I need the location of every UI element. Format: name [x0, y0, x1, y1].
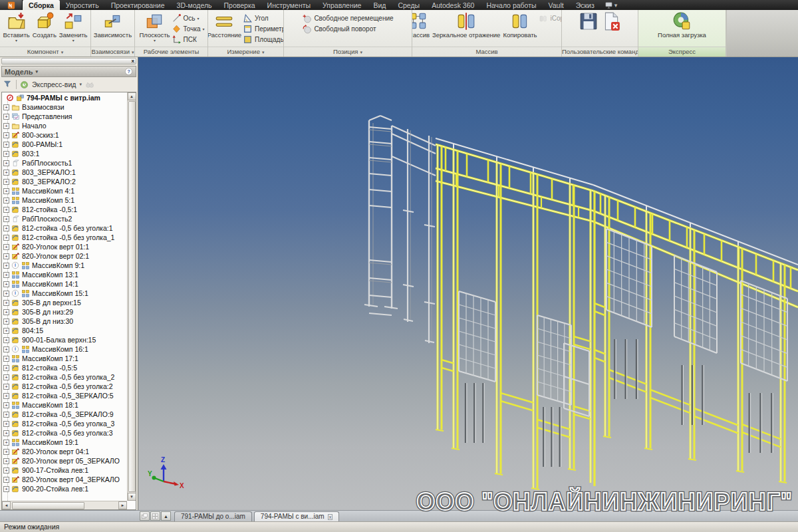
tree-item-14[interactable]: +812-стойка -0,5 без уголка:1 [3, 223, 126, 233]
expander-icon[interactable]: + [3, 272, 9, 278]
expand-up-icon[interactable]: ▲ [161, 511, 171, 521]
expander-icon[interactable]: + [3, 421, 9, 427]
expander-icon[interactable]: + [3, 402, 9, 408]
scroll-left-icon[interactable]: ◄ [2, 501, 11, 509]
ribbon-tab-2[interactable]: Проектирование [105, 0, 171, 10]
tree-item-25[interactable]: +804:15 [3, 326, 126, 335]
tree-item-19[interactable]: +МассивКомп 13:1 [3, 270, 126, 279]
filter-icon[interactable] [3, 80, 13, 89]
insert-button[interactable]: Вставить▾ [1, 11, 31, 43]
expander-icon[interactable]: + [3, 281, 9, 287]
expander-icon[interactable]: + [3, 346, 9, 352]
expander-icon[interactable]: + [3, 123, 9, 129]
tree-item-17[interactable]: +820-Уголок верт 02:1 [3, 251, 126, 261]
tree-item-38[interactable]: +820-Уголок верт 04:1 [3, 447, 126, 456]
save-button[interactable] [577, 11, 600, 31]
browser-header[interactable]: Модель ▾ ? [1, 66, 136, 77]
close-icon[interactable]: x [328, 514, 333, 520]
tree-item-32[interactable]: +812-стойка -0,5_ЗЕРКАЛО:5 [3, 391, 126, 400]
area-button[interactable]: Площадь [243, 34, 283, 45]
tree-item-21[interactable]: +iМассивКомп 15:1 [3, 289, 126, 298]
distance-button[interactable]: Расстояние [208, 11, 243, 39]
tree-item-42[interactable]: +900-20-Стойка лев:1 [3, 484, 126, 493]
panel-minibar[interactable]: x [1, 58, 136, 65]
tree-item-41[interactable]: +820-Уголок верт 04_ЗЕРКАЛО [3, 475, 126, 484]
tree-item-3[interactable]: +Начало [3, 121, 126, 130]
tree-item-9[interactable]: +803_ЗЕРКАЛО:2 [3, 177, 126, 186]
expander-icon[interactable]: + [3, 309, 9, 315]
tree-item-12[interactable]: +812-стойка -0,5:1 [3, 205, 126, 214]
tree-horizontal-scrollbar[interactable]: ◄ ► [2, 501, 127, 509]
expander-icon[interactable]: + [3, 160, 9, 166]
expander-icon[interactable]: + [3, 328, 9, 334]
expander-icon[interactable]: + [3, 263, 9, 269]
expander-icon[interactable]: + [3, 170, 9, 176]
perimeter-button[interactable]: Периметр [243, 23, 283, 34]
group-label[interactable]: Измерение▾ [208, 47, 283, 57]
tree-item-18[interactable]: +iМассивКомп 9:1 [3, 261, 126, 270]
array-button[interactable]: Массив [412, 11, 431, 39]
tree-item-36[interactable]: +812-стойка -0,5 без уголка:3 [3, 428, 126, 438]
tree-item-35[interactable]: +812-стойка -0,5 без уголка_3 [3, 419, 126, 428]
ribbon-tab-4[interactable]: Проверка [218, 0, 261, 10]
tree-item-7[interactable]: +РабПлоскость1 [3, 158, 126, 168]
scroll-thumb[interactable] [128, 101, 136, 492]
tree-item-15[interactable]: +812-стойка -0,5 без уголка_1 [3, 233, 126, 242]
tree-item-16[interactable]: +820-Уголок верт 01:1 [3, 242, 126, 251]
app-menu-button[interactable] [0, 0, 23, 10]
expander-icon[interactable]: + [3, 449, 9, 455]
tree-item-33[interactable]: +МассивКомп 18:1 [3, 400, 126, 410]
tree-item-31[interactable]: +812-стойка -0,5 без уголка:2 [3, 382, 126, 391]
scroll-thumb[interactable] [12, 502, 84, 509]
ribbon-tab-11[interactable]: Vault [543, 0, 570, 10]
tree-item-20[interactable]: +МассивКомп 14:1 [3, 279, 126, 289]
expander-icon[interactable]: + [3, 132, 9, 138]
group-label[interactable]: Взаимосвязи▾ [91, 47, 134, 57]
tree-item-4[interactable]: +800-эскиз:1 [3, 130, 126, 140]
tree-item-28[interactable]: +МассивКомп 17:1 [3, 354, 126, 363]
document-tab-1[interactable]: 794-РАМЫ с ви...iamx [254, 511, 339, 521]
expander-icon[interactable]: + [3, 374, 9, 380]
tree-item-13[interactable]: +РабПлоскость2 [3, 214, 126, 223]
ribbon-tab-10[interactable]: Начало работы [480, 0, 542, 10]
axis-button[interactable]: Ось▾ [172, 13, 205, 23]
free-move-button[interactable]: Свободное перемещение [302, 13, 393, 23]
expander-icon[interactable]: + [3, 477, 9, 483]
tree-item-23[interactable]: +305-В дл низ:29 [3, 307, 126, 317]
full-load-button[interactable]: Полная загрузка [656, 11, 708, 39]
expander-icon[interactable]: + [3, 188, 9, 194]
ribbon-tab-5[interactable]: Инструменты [261, 0, 317, 10]
tab-bar-extra-button[interactable]: ▾ [600, 0, 622, 10]
expander-icon[interactable]: + [3, 356, 9, 362]
expander-icon[interactable]: + [3, 207, 9, 213]
tree-item-10[interactable]: +МассивКомп 4:1 [3, 186, 126, 196]
expander-icon[interactable]: + [3, 337, 9, 343]
tree-item-1[interactable]: +Взаимосвязи [3, 102, 126, 112]
expander-icon[interactable]: + [3, 198, 9, 203]
express-view-button[interactable]: Экспресс-вид [32, 80, 76, 88]
tree-item-34[interactable]: +812-стойка -0,5_ЗЕРКАЛО:9 [3, 410, 126, 419]
expander-icon[interactable]: + [3, 151, 9, 157]
point-button[interactable]: Точка▾ [172, 23, 205, 34]
expander-icon[interactable]: + [3, 300, 9, 306]
group-label[interactable]: Позиция▾ [284, 47, 412, 57]
angle-button[interactable]: Угол [243, 13, 283, 23]
tree-item-11[interactable]: +МассивКомп 5:1 [3, 196, 126, 205]
expander-icon[interactable]: + [3, 104, 9, 110]
expander-icon[interactable]: + [3, 430, 9, 436]
ribbon-tab-0[interactable]: Сборка [23, 0, 60, 10]
replace-button[interactable]: Заменить▾ [58, 11, 89, 43]
tree-item-27[interactable]: +iМассивКомп 16:1 [3, 344, 126, 354]
tree-item-0[interactable]: 794-РАМЫ с витр.iam [3, 93, 126, 102]
constrain-button[interactable]: Зависимость [92, 11, 133, 39]
ribbon-tab-6[interactable]: Управление [317, 0, 367, 10]
expander-icon[interactable]: + [3, 458, 9, 464]
expander-icon[interactable]: + [3, 365, 9, 371]
find-icon[interactable] [85, 80, 94, 89]
tree-vertical-scrollbar[interactable]: ▲ ▼ [127, 92, 136, 501]
free-rotate-button[interactable]: Свободный поворот [302, 23, 393, 34]
expander-icon[interactable]: + [3, 216, 9, 222]
tree-item-29[interactable]: +812-стойка -0,5:5 [3, 363, 126, 372]
tree-item-37[interactable]: +МассивКомп 19:1 [3, 438, 126, 447]
expander-icon[interactable]: + [3, 440, 9, 446]
